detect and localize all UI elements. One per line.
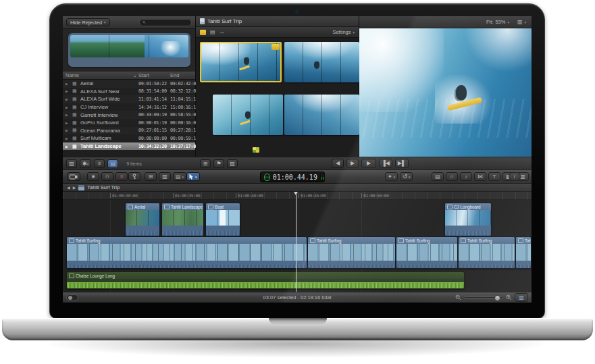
connected-clip[interactable]: Aerial xyxy=(125,203,160,236)
disclosure-icon[interactable]: ▶ xyxy=(66,136,72,140)
photos-browser-button[interactable]: ⌂ xyxy=(446,172,458,181)
clip-row[interactable]: ▶ ▦ ALEXA Surf Near 08:31:54:00 08:32:12… xyxy=(63,88,195,96)
primary-clip[interactable]: Tahiti Surfing xyxy=(515,236,532,269)
swap-arrows-icon[interactable]: ↔ xyxy=(219,30,225,35)
filter-dropdown[interactable]: Hide Rejected ▾ xyxy=(66,18,110,26)
play-to-end-button[interactable]: ▶▌ xyxy=(395,159,409,168)
clip-label: Tahiti Surfing xyxy=(308,237,395,244)
retime-button[interactable]: ↺ ▾ xyxy=(400,172,413,181)
macbook-scene: Hide Rejected ▾ xyxy=(0,0,595,364)
music-browser-button[interactable]: ♪ xyxy=(460,172,472,181)
duration-slider-button[interactable]: ⊞ xyxy=(200,159,211,168)
selected-clip-filmstrip[interactable] xyxy=(68,33,190,67)
transitions-browser-button[interactable]: ⋈ xyxy=(474,172,486,181)
zoom-in-icon[interactable] xyxy=(506,294,512,301)
clip-thumb-icon: ▦ xyxy=(72,105,80,110)
browser-clip[interactable] xyxy=(213,95,283,135)
list-view-button[interactable]: ≡ xyxy=(94,159,105,168)
playhead[interactable] xyxy=(296,192,296,292)
column-name[interactable]: Name ▴ xyxy=(66,72,138,78)
table-header[interactable]: Name ▴ Start End xyxy=(63,72,195,80)
audio-meters[interactable] xyxy=(320,174,325,180)
titles-browser-button[interactable]: T xyxy=(488,172,500,181)
marker-button[interactable]: ⚑ xyxy=(213,159,224,168)
search-icon xyxy=(143,20,146,25)
connect-clip-button[interactable]: ⊞ xyxy=(145,172,157,181)
disclosure-icon[interactable]: ▶ xyxy=(66,121,72,125)
clip-row[interactable]: ▶ ▦ Garrett Interview 00:33:09:19 00:58:… xyxy=(63,111,195,119)
action-gear-button[interactable]: ✱ ▾ xyxy=(80,159,91,168)
clip-row[interactable]: ▶ ▦ Ocean Panorama 09:27:01:15 09:27:28:… xyxy=(63,127,195,135)
disclosure-icon[interactable]: ▶ xyxy=(66,105,72,109)
clip-appearance-button[interactable]: ▥ xyxy=(515,293,528,302)
ruler-tick: 01:00:50:00 xyxy=(361,193,388,198)
background-tasks-indicator[interactable]: 100 xyxy=(264,174,270,181)
disclosure-icon[interactable]: ▶ xyxy=(66,82,72,86)
play-from-start-button[interactable]: ▐◀ xyxy=(379,159,392,168)
clip-appearance-icon: ▥ xyxy=(519,295,524,301)
zoom-slider[interactable] xyxy=(464,296,503,298)
insert-clip-button[interactable]: ▥ xyxy=(159,172,171,181)
inspector-button[interactable]: i xyxy=(509,172,521,181)
waveform-toggle-button[interactable]: ▨ xyxy=(227,159,238,168)
sidebar-toggle-button[interactable]: ▨ xyxy=(66,159,77,168)
disclosure-icon[interactable]: ▶ xyxy=(66,145,72,149)
clip-row[interactable]: ▶ ▦ Tahiti Landscape 10:34:32:20 10:37:1… xyxy=(63,142,195,151)
reject-button[interactable]: ✕ xyxy=(115,172,128,181)
primary-clip[interactable]: Tahiti Surfing xyxy=(396,236,458,269)
favorite-button[interactable]: ★ xyxy=(87,172,99,181)
search-field[interactable] xyxy=(139,19,192,26)
viewer-title-bar: Fit: 53% ▾ ▥ ▾ xyxy=(359,16,532,28)
grid-view-icon[interactable]: ▤ xyxy=(210,30,215,35)
frame-separators xyxy=(213,95,283,135)
effects-browser-button[interactable]: ▤ xyxy=(432,172,444,181)
clip-row[interactable]: ▶ ▦ ALEXA Surf Wide 11:03:41:14 11:04:15… xyxy=(63,95,195,103)
previous-frame-button[interactable]: ◀ xyxy=(332,159,344,168)
zoom-out-icon[interactable] xyxy=(455,294,461,301)
play-button[interactable]: ▶ xyxy=(361,159,376,168)
audio-clip[interactable]: Chaise Lounge Long xyxy=(66,271,465,289)
primary-clip[interactable]: Tahiti Surfing xyxy=(307,236,396,269)
primary-clip[interactable]: Tahiti Surfing xyxy=(66,236,307,269)
dashboard[interactable]: 100 01:00.44.19 xyxy=(260,172,325,182)
favorites-filter-icon[interactable] xyxy=(200,30,206,35)
filmstrip-view-button[interactable]: ▤ xyxy=(107,159,118,168)
multicam-angle-badge[interactable] xyxy=(253,147,259,153)
unrate-button[interactable]: ✩ xyxy=(101,172,113,181)
append-clip-button[interactable]: ▤ ▾ xyxy=(173,172,186,181)
clip-row[interactable]: ▶ ▦ Surf Multicam 00:00:00:00 00:00:59:1… xyxy=(63,134,195,142)
connected-clip[interactable]: Tahiti Landscape xyxy=(161,203,204,236)
timeline-body[interactable]: Aerial Tahiti Landscape Boat xyxy=(63,200,532,292)
clip-thumbnails xyxy=(67,244,307,261)
zoom-slider-knob[interactable] xyxy=(494,295,500,301)
browser-clip[interactable] xyxy=(284,42,359,82)
primary-clip[interactable]: Tahiti Surfing xyxy=(458,236,515,269)
chevron-down-icon[interactable]: ▾ xyxy=(524,20,526,24)
keyword-button[interactable] xyxy=(128,172,140,181)
clip-row[interactable]: ▶ ▦ CJ Interview 14:34:16:12 15:00:16:13 xyxy=(63,103,195,111)
av-output-toggle[interactable] xyxy=(66,294,78,301)
timeline-back-button[interactable]: ◀ xyxy=(67,185,70,190)
column-start[interactable]: Start xyxy=(138,72,170,78)
connected-clip[interactable]: Boat xyxy=(205,203,240,236)
browser-clip-selected[interactable] xyxy=(200,42,282,82)
import-camera-button[interactable] xyxy=(67,172,80,181)
next-frame-button[interactable]: ▶ xyxy=(346,159,359,168)
column-end[interactable]: End xyxy=(170,72,199,78)
timeline-forward-button[interactable]: ▶ xyxy=(73,185,76,190)
view-options-icon[interactable]: ▥ xyxy=(517,20,523,25)
disclosure-icon[interactable]: ▶ xyxy=(66,128,72,132)
enhancements-button[interactable]: ✦ ▾ xyxy=(385,172,398,181)
browser-clip[interactable] xyxy=(284,95,359,135)
clip-row[interactable]: ▶ ▦ Aerial 09:01:50:22 09:02:32:00 xyxy=(63,80,195,88)
disclosure-icon[interactable]: ▶ xyxy=(66,97,72,101)
disclosure-icon[interactable]: ▶ xyxy=(66,113,72,117)
clip-row[interactable]: ▶ ▦ GoPro Surfboard 00:00:01:19 00:00:16… xyxy=(63,119,195,127)
chevron-down-icon[interactable]: ▾ xyxy=(507,20,509,24)
settings-dropdown[interactable]: Settings ▾ xyxy=(332,29,355,35)
connected-clip[interactable]: CJ Longboard xyxy=(444,203,492,236)
select-tool-button[interactable]: ▾ xyxy=(186,172,200,181)
disclosure-icon[interactable]: ▶ xyxy=(66,89,72,93)
zoom-value[interactable]: 53% xyxy=(495,19,505,25)
search-input[interactable] xyxy=(148,20,188,26)
